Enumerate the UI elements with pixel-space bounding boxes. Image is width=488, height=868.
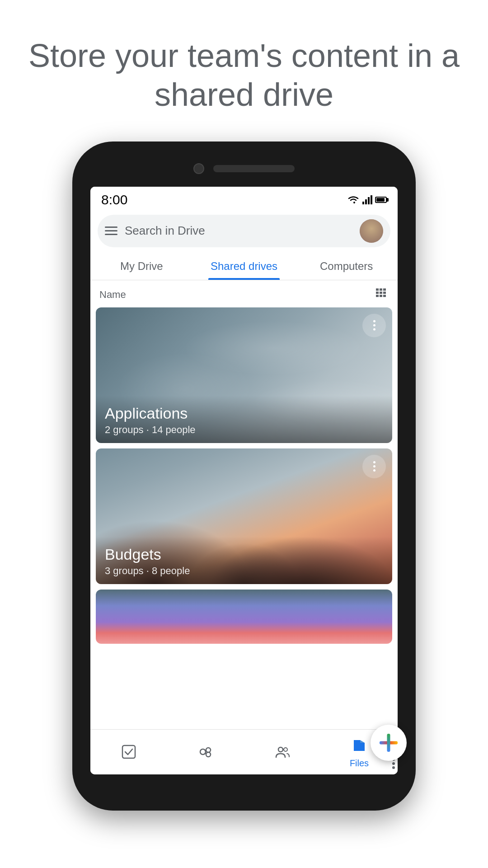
- card-bg-third: [96, 590, 392, 644]
- files-nav-label: Files: [350, 758, 369, 769]
- svg-line-18: [206, 753, 206, 754]
- svg-rect-4: [376, 288, 379, 291]
- avatar[interactable]: [360, 219, 383, 243]
- svg-rect-11: [380, 295, 382, 297]
- svg-rect-13: [122, 745, 135, 758]
- tab-computers[interactable]: Computers: [295, 251, 398, 280]
- grid-view-icon: [376, 288, 389, 299]
- svg-rect-3: [371, 195, 372, 204]
- svg-rect-0: [362, 202, 364, 204]
- list-view-toggle[interactable]: [376, 288, 389, 301]
- status-time: 8:00: [101, 192, 127, 208]
- three-dots-icon: [373, 461, 375, 472]
- svg-rect-6: [383, 288, 386, 291]
- svg-rect-12: [383, 295, 386, 297]
- svg-rect-1: [365, 199, 367, 204]
- svg-rect-10: [376, 295, 379, 297]
- svg-rect-9: [383, 292, 386, 294]
- nav-item-priority[interactable]: [119, 742, 139, 762]
- drive-items: Applications 2 groups · 14 people Budget…: [90, 307, 398, 729]
- card-subtitle-applications: 2 groups · 14 people: [105, 424, 383, 436]
- card-overlay-applications: Applications 2 groups · 14 people: [96, 396, 392, 443]
- status-bar: 8:00: [90, 187, 398, 211]
- people-icon: [272, 742, 292, 762]
- svg-rect-5: [380, 288, 382, 291]
- phone-top: [72, 142, 416, 187]
- tab-my-drive[interactable]: My Drive: [90, 251, 193, 280]
- tabs-container: My Drive Shared drives Computers: [90, 251, 398, 280]
- drive-card-third[interactable]: [96, 590, 392, 644]
- files-icon: [349, 736, 369, 755]
- phone-screen: 8:00: [90, 187, 398, 774]
- card-menu-button-applications[interactable]: [362, 314, 386, 337]
- checkbox-icon: [119, 742, 139, 762]
- hamburger-menu-icon[interactable]: [105, 226, 117, 235]
- nav-item-people[interactable]: [272, 742, 292, 762]
- svg-rect-7: [376, 292, 379, 294]
- svg-rect-8: [380, 292, 382, 294]
- page-header: Store your team's content in a shared dr…: [0, 0, 488, 142]
- nav-item-shared[interactable]: [196, 742, 216, 762]
- list-header: Name: [90, 280, 398, 307]
- phone-camera: [193, 163, 204, 174]
- svg-point-19: [278, 747, 283, 752]
- card-menu-button-budgets[interactable]: [362, 455, 386, 478]
- card-subtitle-budgets: 3 groups · 8 people: [105, 565, 383, 577]
- three-dots-icon: [373, 320, 375, 330]
- svg-rect-2: [368, 197, 370, 204]
- phone-frame: 8:00: [72, 142, 416, 811]
- svg-point-14: [200, 749, 206, 755]
- tab-shared-drives[interactable]: Shared drives: [193, 251, 296, 280]
- wifi-icon: [347, 195, 360, 204]
- search-bar[interactable]: Search in Drive: [98, 215, 390, 247]
- card-title-budgets: Budgets: [105, 546, 383, 563]
- card-overlay-budgets: Budgets 3 groups · 8 people: [96, 537, 392, 584]
- plus-icon: [380, 734, 398, 752]
- drive-card-budgets[interactable]: Budgets 3 groups · 8 people: [96, 448, 392, 584]
- battery-icon: [375, 197, 387, 203]
- bottom-nav: Files: [90, 729, 398, 774]
- svg-point-15: [206, 748, 211, 752]
- svg-point-16: [206, 752, 211, 757]
- drive-card-applications[interactable]: Applications 2 groups · 14 people: [96, 307, 392, 443]
- phone-speaker: [213, 165, 295, 172]
- signal-icon: [362, 195, 372, 204]
- svg-line-17: [206, 750, 206, 751]
- nav-item-files[interactable]: Files: [349, 736, 369, 769]
- svg-point-20: [284, 748, 287, 751]
- shared-icon: [196, 742, 216, 762]
- search-input[interactable]: Search in Drive: [125, 224, 352, 238]
- card-title-applications: Applications: [105, 405, 383, 422]
- sort-by-name[interactable]: Name: [99, 289, 126, 301]
- status-icons: [347, 195, 387, 204]
